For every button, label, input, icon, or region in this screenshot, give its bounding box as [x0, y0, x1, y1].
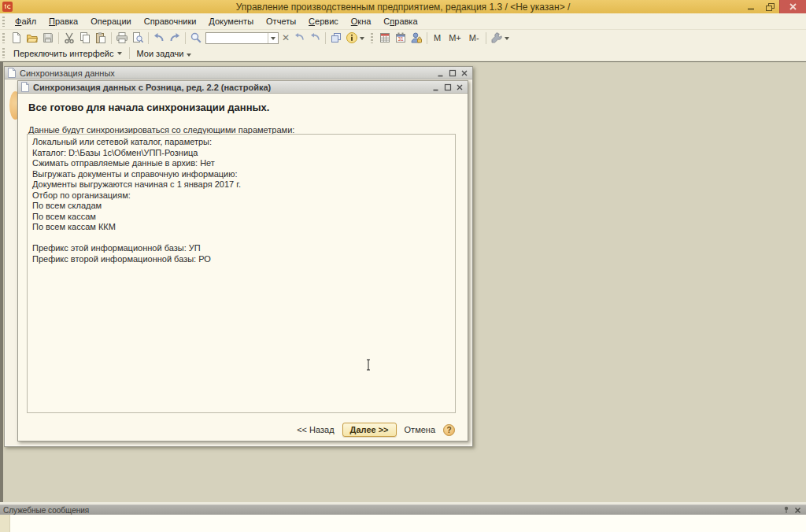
- toolbar-separator: [148, 32, 149, 44]
- application-window: Управление производственным предприятием…: [0, 0, 806, 532]
- sync-settings-title: Синхронизация данных с Розница, ред. 2.2…: [33, 83, 430, 92]
- document-icon: [20, 82, 30, 92]
- menu-documents[interactable]: Документы: [202, 14, 260, 28]
- minimize-button[interactable]: [741, 0, 760, 13]
- service-messages-content[interactable]: [0, 515, 806, 532]
- params-text-area[interactable]: Локальный или сетевой каталог, параметры…: [27, 134, 456, 413]
- toolbar-separator: [325, 32, 326, 44]
- window-title: Управление производственным предприятием…: [0, 2, 806, 13]
- pin-icon[interactable]: [781, 505, 792, 515]
- menu-file[interactable]: Файл: [9, 14, 43, 28]
- toolbar-separator: [185, 32, 186, 44]
- close-button[interactable]: [779, 0, 806, 13]
- dialog-maximize-button[interactable]: [442, 82, 453, 92]
- my-tasks-button[interactable]: Мои задачи: [132, 46, 197, 61]
- wrench-icon[interactable]: [489, 31, 505, 45]
- svg-text:31: 31: [397, 36, 404, 42]
- wizard-button-row: << Назад Далее >> Отмена ?: [295, 423, 455, 437]
- menu-grip-handle[interactable]: [2, 17, 5, 27]
- sync-settings-dialog: Синхронизация данных с Розница, ред. 2.2…: [17, 80, 468, 441]
- menu-operations[interactable]: Операции: [84, 14, 137, 28]
- undo-icon[interactable]: [151, 31, 167, 45]
- search-icon[interactable]: [188, 31, 204, 45]
- interface-toolbar: Переключить интерфейс Мои задачи: [0, 46, 806, 61]
- search-clear-button[interactable]: ✕: [280, 32, 291, 43]
- cut-icon[interactable]: [61, 31, 77, 45]
- info-icon[interactable]: [344, 31, 360, 45]
- toolbar-separator: [111, 32, 112, 44]
- toolbar-grip-handle[interactable]: [2, 48, 5, 58]
- menu-catalogs[interactable]: Справочники: [138, 14, 203, 28]
- switch-interface-caret: [117, 52, 122, 57]
- open-icon[interactable]: [24, 31, 40, 45]
- toolbar-grip-handle[interactable]: [371, 33, 373, 43]
- search-input[interactable]: [206, 33, 268, 43]
- find-next-icon[interactable]: [291, 31, 307, 45]
- menu-service[interactable]: Сервис: [302, 14, 345, 28]
- title-bar: Управление производственным предприятием…: [0, 0, 806, 13]
- search-dropdown-button[interactable]: [268, 33, 278, 43]
- sync-window-titlebar[interactable]: Синхронизация данных: [5, 67, 472, 79]
- menu-help[interactable]: Справка: [377, 14, 423, 28]
- print-icon[interactable]: [114, 31, 130, 45]
- my-tasks-label: Мои задачи: [137, 49, 184, 58]
- save-icon[interactable]: [40, 31, 56, 45]
- dialog-content: Все готово для начала синхронизации данн…: [18, 94, 468, 441]
- windows-icon[interactable]: [328, 31, 344, 45]
- find-prev-icon[interactable]: [307, 31, 323, 45]
- service-messages-corner: [0, 515, 10, 532]
- text-cursor: [365, 359, 372, 372]
- help-button[interactable]: ?: [443, 424, 455, 436]
- standard-toolbar: ✕ 31 M M+ M-: [0, 30, 806, 46]
- toolbar-separator: [58, 32, 59, 44]
- toolbar-separator: [486, 32, 486, 44]
- memory-recall-button[interactable]: M: [430, 31, 445, 44]
- toolbar-separator: [129, 47, 130, 59]
- cancel-button[interactable]: Отмена: [403, 423, 437, 436]
- search-combobox: [205, 32, 279, 44]
- restore-button[interactable]: [760, 0, 779, 13]
- sync-close-button[interactable]: [458, 68, 470, 78]
- service-messages-titlebar[interactable]: Служебные сообщения: [0, 504, 806, 515]
- copy-icon[interactable]: [77, 31, 93, 45]
- sync-settings-titlebar[interactable]: Синхронизация данных с Розница, ред. 2.2…: [18, 81, 468, 94]
- service-messages-title: Служебные сообщения: [3, 506, 781, 515]
- print-preview-icon[interactable]: [130, 31, 146, 45]
- memory-add-button[interactable]: M+: [445, 31, 465, 44]
- document-icon: [7, 68, 17, 78]
- mdi-workspace: Синхронизация данных Синхронизация данны…: [0, 61, 806, 502]
- calculator-icon[interactable]: [377, 31, 393, 45]
- wizard-heading: Все готово для начала синхронизации данн…: [28, 102, 269, 113]
- sync-minimize-button[interactable]: [434, 68, 446, 78]
- new-document-icon[interactable]: [9, 31, 24, 45]
- info-dropdown-caret[interactable]: [360, 37, 364, 42]
- memory-subtract-button[interactable]: M-: [465, 31, 483, 44]
- wrench-dropdown-caret[interactable]: [505, 37, 509, 42]
- toolbar-grip-handle[interactable]: [2, 33, 5, 43]
- my-tasks-caret: [187, 54, 191, 59]
- user-lock-icon[interactable]: [409, 31, 424, 45]
- mdi-left-edge: [0, 62, 3, 503]
- dialog-close-button[interactable]: [453, 82, 465, 92]
- redo-icon[interactable]: [167, 31, 183, 45]
- paste-icon[interactable]: [93, 31, 109, 45]
- sync-maximize-button[interactable]: [446, 68, 458, 78]
- toolbar-separator: [427, 32, 427, 44]
- menu-reports[interactable]: Отчеты: [260, 14, 302, 28]
- menu-edit[interactable]: Правка: [43, 14, 84, 28]
- next-button[interactable]: Далее >>: [342, 423, 397, 437]
- service-messages-close-button[interactable]: [792, 505, 803, 515]
- dialog-minimize-button[interactable]: [430, 82, 442, 92]
- calendar-icon[interactable]: 31: [393, 31, 409, 45]
- menu-windows[interactable]: Окна: [345, 14, 378, 28]
- switch-interface-label: Переключить интерфейс: [13, 49, 114, 58]
- switch-interface-button[interactable]: Переключить интерфейс: [9, 47, 127, 60]
- back-button[interactable]: << Назад: [295, 423, 335, 436]
- sync-window-title: Синхронизация данных: [20, 68, 434, 78]
- menu-bar: Файл Правка Операции Справочники Докумен…: [0, 13, 806, 30]
